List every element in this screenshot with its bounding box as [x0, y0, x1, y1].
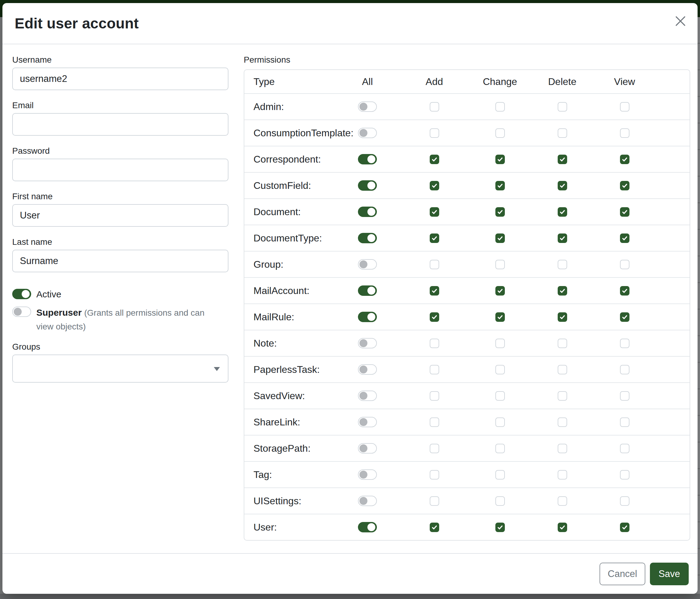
permission-all-toggle[interactable] [358, 443, 377, 454]
permission-all-toggle[interactable] [358, 417, 377, 427]
close-button[interactable] [672, 13, 689, 30]
permission-all-toggle[interactable] [358, 259, 377, 269]
permission-view-checkbox[interactable] [620, 102, 629, 112]
permission-delete-checkbox[interactable] [558, 207, 567, 217]
save-button[interactable]: Save [650, 562, 689, 585]
permission-add-checkbox[interactable] [430, 470, 439, 480]
permission-view-checkbox[interactable] [620, 286, 629, 295]
permission-add-checkbox[interactable] [430, 286, 439, 295]
password-input[interactable] [12, 159, 228, 181]
permission-view-checkbox[interactable] [620, 312, 629, 322]
permission-add-checkbox[interactable] [430, 234, 439, 243]
permission-delete-checkbox[interactable] [558, 496, 567, 506]
permission-delete-checkbox[interactable] [558, 523, 567, 532]
permission-type-label: StoragePath: [244, 443, 335, 454]
permission-all-toggle[interactable] [358, 470, 377, 480]
permission-change-checkbox[interactable] [495, 496, 505, 506]
permission-view-checkbox[interactable] [620, 391, 629, 401]
permission-change-checkbox[interactable] [495, 417, 505, 427]
permission-all-toggle[interactable] [358, 522, 377, 532]
permission-all-toggle[interactable] [358, 180, 377, 191]
permission-view-checkbox[interactable] [620, 417, 629, 427]
permission-all-toggle[interactable] [358, 233, 377, 243]
permission-add-checkbox[interactable] [430, 102, 439, 112]
permission-view-checkbox[interactable] [620, 365, 629, 375]
permission-delete-checkbox[interactable] [558, 444, 567, 453]
permission-change-checkbox[interactable] [495, 128, 505, 138]
permission-add-checkbox[interactable] [430, 181, 439, 190]
permission-all-toggle[interactable] [358, 338, 377, 349]
permission-view-checkbox[interactable] [620, 207, 629, 217]
permission-change-checkbox[interactable] [495, 260, 505, 269]
active-toggle[interactable] [12, 289, 31, 299]
permission-delete-checkbox[interactable] [558, 260, 567, 269]
email-input[interactable] [12, 113, 228, 136]
permission-change-checkbox[interactable] [495, 234, 505, 243]
permission-add-checkbox[interactable] [430, 128, 439, 138]
permission-change-checkbox[interactable] [495, 444, 505, 453]
permission-change-checkbox[interactable] [495, 523, 505, 532]
permission-delete-checkbox[interactable] [558, 365, 567, 375]
superuser-toggle[interactable] [12, 307, 31, 317]
permission-all-toggle[interactable] [358, 128, 377, 138]
permission-type-label: PaperlessTask: [244, 364, 335, 375]
permission-add-checkbox[interactable] [430, 523, 439, 532]
permission-delete-checkbox[interactable] [558, 339, 567, 348]
permission-change-checkbox[interactable] [495, 365, 505, 375]
permission-delete-checkbox[interactable] [558, 286, 567, 295]
permission-delete-checkbox[interactable] [558, 181, 567, 190]
permission-view-checkbox[interactable] [620, 128, 629, 138]
permission-delete-checkbox[interactable] [558, 154, 567, 164]
permission-change-checkbox[interactable] [495, 391, 505, 401]
permission-add-checkbox[interactable] [430, 339, 439, 348]
permission-add-checkbox[interactable] [430, 260, 439, 269]
permission-all-toggle[interactable] [358, 101, 377, 112]
permission-delete-checkbox[interactable] [558, 417, 567, 427]
permission-change-checkbox[interactable] [495, 312, 505, 322]
permission-add-checkbox[interactable] [430, 496, 439, 506]
permission-view-checkbox[interactable] [620, 444, 629, 453]
permission-all-toggle[interactable] [358, 364, 377, 375]
permission-delete-checkbox[interactable] [558, 470, 567, 480]
groups-select[interactable] [12, 355, 228, 383]
permission-view-checkbox[interactable] [620, 523, 629, 532]
check-icon [622, 314, 628, 320]
permission-delete-checkbox[interactable] [558, 312, 567, 322]
permission-delete-checkbox[interactable] [558, 128, 567, 138]
permission-view-checkbox[interactable] [620, 260, 629, 269]
permission-view-checkbox[interactable] [620, 234, 629, 243]
permission-all-toggle[interactable] [358, 312, 377, 322]
permission-change-checkbox[interactable] [495, 207, 505, 217]
permission-add-checkbox[interactable] [430, 207, 439, 217]
permission-view-checkbox[interactable] [620, 496, 629, 506]
last-name-label: Last name [12, 237, 228, 247]
last-name-input[interactable] [12, 250, 228, 272]
permission-change-checkbox[interactable] [495, 470, 505, 480]
permission-change-checkbox[interactable] [495, 286, 505, 295]
permission-add-checkbox[interactable] [430, 391, 439, 401]
permission-add-checkbox[interactable] [430, 365, 439, 375]
permission-add-checkbox[interactable] [430, 312, 439, 322]
permission-all-toggle[interactable] [358, 285, 377, 296]
permission-change-checkbox[interactable] [495, 154, 505, 164]
username-input[interactable] [12, 68, 228, 90]
permission-all-toggle[interactable] [358, 207, 377, 217]
permission-delete-checkbox[interactable] [558, 391, 567, 401]
permission-view-checkbox[interactable] [620, 154, 629, 164]
permission-all-toggle[interactable] [358, 496, 377, 506]
permission-add-checkbox[interactable] [430, 417, 439, 427]
permission-change-checkbox[interactable] [495, 339, 505, 348]
permission-view-checkbox[interactable] [620, 181, 629, 190]
permission-all-toggle[interactable] [358, 154, 377, 164]
permission-change-checkbox[interactable] [495, 102, 505, 112]
permission-delete-checkbox[interactable] [558, 102, 567, 112]
permission-view-checkbox[interactable] [620, 470, 629, 480]
permission-all-toggle[interactable] [358, 390, 377, 401]
cancel-button[interactable]: Cancel [600, 562, 645, 585]
first-name-input[interactable] [12, 204, 228, 227]
permission-change-checkbox[interactable] [495, 181, 505, 190]
permission-view-checkbox[interactable] [620, 339, 629, 348]
permission-delete-checkbox[interactable] [558, 234, 567, 243]
permission-add-checkbox[interactable] [430, 444, 439, 453]
permission-add-checkbox[interactable] [430, 154, 439, 164]
